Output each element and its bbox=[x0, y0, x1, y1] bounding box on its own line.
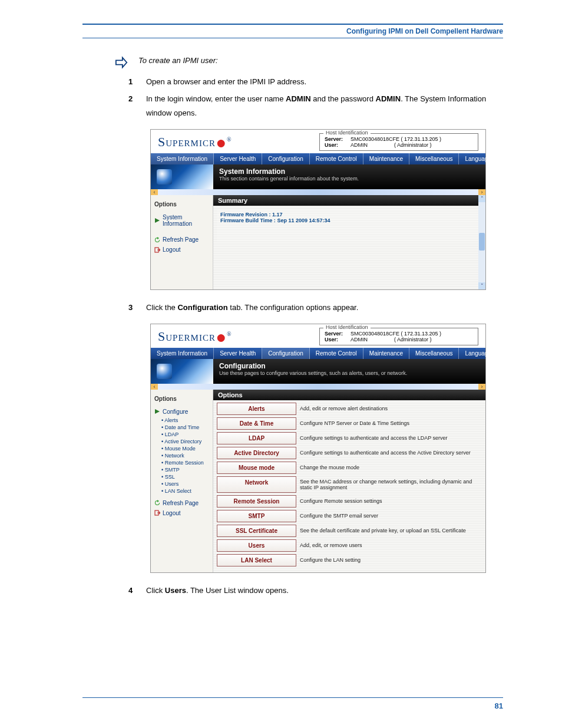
option-alerts-button[interactable]: Alerts bbox=[217, 403, 296, 415]
play-icon bbox=[154, 218, 160, 223]
label: Server: bbox=[325, 331, 348, 337]
tab-remote-control[interactable]: Remote Control bbox=[310, 348, 363, 359]
tab-configuration[interactable]: Configuration bbox=[262, 348, 309, 359]
sidebar-sub-users[interactable]: Users bbox=[161, 480, 209, 487]
procedure-arrow-icon bbox=[115, 56, 128, 71]
label: User: bbox=[325, 142, 348, 148]
sidebar-item-refresh[interactable]: Refresh Page bbox=[154, 498, 209, 508]
page-number: 81 bbox=[82, 697, 503, 710]
option-datetime-button[interactable]: Date & Time bbox=[217, 417, 296, 430]
value: ADMIN bbox=[351, 142, 392, 148]
option-desc: Change the mouse mode bbox=[296, 462, 477, 474]
options-table: AlertsAdd, edit or remove alert destinat… bbox=[217, 403, 477, 566]
play-icon bbox=[154, 409, 160, 414]
tab-system-information[interactable]: System Information bbox=[151, 348, 214, 359]
step-number: 4 bbox=[128, 584, 137, 598]
value: Sep 11 2009 14:57:34 bbox=[277, 218, 330, 223]
sidebar-sublist: Alerts Date and Time LDAP Active Directo… bbox=[154, 417, 209, 495]
label: Firmware Build Time : bbox=[220, 218, 276, 223]
sidebar-item-logout[interactable]: Logout bbox=[154, 245, 209, 255]
option-desc: Add, edit or remove alert destinations bbox=[296, 403, 477, 415]
horizontal-scrollbar[interactable]: ‹› bbox=[151, 189, 485, 195]
value: SMC003048018CFE ( 172.31.13.205 ) bbox=[351, 136, 441, 142]
procedure-title: To create an IPMI user: bbox=[138, 56, 218, 65]
step-number: 1 bbox=[128, 75, 137, 90]
tab-server-health[interactable]: Server Health bbox=[214, 153, 262, 164]
screenshot-configuration: Supermicr●® Host Identification Server:S… bbox=[150, 324, 486, 573]
banner-graphic bbox=[151, 359, 213, 384]
banner-subtitle: This section contains general informatio… bbox=[219, 176, 480, 182]
tab-language[interactable]: Language bbox=[459, 153, 498, 164]
logout-icon bbox=[154, 510, 160, 516]
logout-icon bbox=[154, 247, 160, 253]
horizontal-scrollbar[interactable]: ‹› bbox=[151, 384, 485, 390]
text: Click the bbox=[146, 303, 177, 312]
sidebar-item-logout[interactable]: Logout bbox=[154, 508, 209, 518]
option-ad-button[interactable]: Active Directory bbox=[217, 447, 296, 459]
top-menu: System Information Server Health Configu… bbox=[151, 348, 485, 359]
sidebar-sub-mouse[interactable]: Mouse Mode bbox=[161, 445, 209, 452]
sidebar-item-label: Refresh Page bbox=[163, 500, 199, 506]
options-header: Options bbox=[213, 390, 485, 400]
sidebar-sub-ad[interactable]: Active Directory bbox=[161, 438, 209, 445]
tab-maintenance[interactable]: Maintenance bbox=[363, 153, 409, 164]
option-ldap-button[interactable]: LDAP bbox=[217, 432, 296, 444]
screenshot-system-information: Supermicr●® Host Identification Server:S… bbox=[150, 129, 486, 290]
label: User: bbox=[325, 337, 348, 342]
sidebar-item-label: Configure bbox=[163, 409, 188, 415]
tab-miscellaneous[interactable]: Miscellaneous bbox=[409, 153, 459, 164]
sidebar-header: Options bbox=[154, 396, 209, 402]
tab-language[interactable]: Language bbox=[459, 348, 498, 359]
tab-miscellaneous[interactable]: Miscellaneous bbox=[409, 348, 459, 359]
tab-system-information[interactable]: System Information bbox=[151, 153, 214, 164]
legend: Host Identification bbox=[323, 130, 371, 136]
summary-header: Summary bbox=[213, 195, 478, 206]
sidebar-item-refresh[interactable]: Refresh Page bbox=[154, 235, 209, 245]
sidebar-sub-remote[interactable]: Remote Session bbox=[161, 459, 209, 466]
option-smtp-button[interactable]: SMTP bbox=[217, 510, 296, 522]
value: ADMIN bbox=[351, 337, 392, 342]
page-header: Configuring IPMI on Dell Compellent Hard… bbox=[82, 24, 503, 38]
option-network-button[interactable]: Network bbox=[217, 476, 296, 493]
vertical-scrollbar[interactable]: ˄˅ bbox=[478, 195, 485, 289]
host-identification-box: Host Identification Server:SMC003048018C… bbox=[319, 328, 478, 345]
text: . The User List window opens. bbox=[186, 586, 289, 595]
option-remote-button[interactable]: Remote Session bbox=[217, 495, 296, 508]
text: In the login window, enter the user name bbox=[146, 94, 286, 103]
option-desc: Configure Remote session settings bbox=[296, 495, 477, 508]
sidebar-sub-alerts[interactable]: Alerts bbox=[161, 417, 209, 424]
value: ( Administrator ) bbox=[394, 337, 432, 342]
option-desc: Configure settings to authenticate and a… bbox=[296, 432, 477, 444]
legend: Host Identification bbox=[323, 324, 371, 330]
top-menu: System Information Server Health Configu… bbox=[151, 153, 485, 164]
banner-graphic bbox=[151, 164, 213, 189]
option-users-button[interactable]: Users bbox=[217, 539, 296, 552]
step-number: 3 bbox=[128, 301, 137, 315]
tab-remote-control[interactable]: Remote Control bbox=[310, 153, 363, 164]
value: ( Administrator ) bbox=[394, 142, 432, 148]
tab-server-health[interactable]: Server Health bbox=[214, 348, 262, 359]
text: Click bbox=[146, 586, 165, 595]
text: and the password bbox=[311, 94, 376, 103]
sidebar-sub-ldap[interactable]: LDAP bbox=[161, 431, 209, 438]
option-mouse-button[interactable]: Mouse mode bbox=[217, 462, 296, 474]
sidebar-header: Options bbox=[154, 201, 209, 207]
summary-content: Firmware Revision : 1.17 Firmware Build … bbox=[217, 209, 478, 241]
option-desc: Configure NTP Server or Date & Time Sett… bbox=[296, 417, 477, 430]
tab-maintenance[interactable]: Maintenance bbox=[363, 348, 409, 359]
banner-title: System Information bbox=[219, 167, 480, 176]
option-lan-button[interactable]: LAN Select bbox=[217, 554, 296, 566]
sidebar-item-configure[interactable]: Configure bbox=[154, 407, 209, 417]
tab-configuration[interactable]: Configuration bbox=[262, 153, 309, 164]
sidebar-item-system-information[interactable]: System Information bbox=[154, 212, 209, 229]
sidebar-sub-network[interactable]: Network bbox=[161, 452, 209, 459]
step-text: In the login window, enter the user name… bbox=[146, 92, 503, 121]
bold-configuration: Configuration bbox=[177, 303, 227, 312]
sidebar-sub-date[interactable]: Date and Time bbox=[161, 424, 209, 431]
sidebar-sub-smtp[interactable]: SMTP bbox=[161, 466, 209, 473]
sidebar-sub-lan[interactable]: LAN Select bbox=[161, 487, 209, 495]
option-ssl-button[interactable]: SSL Certificate bbox=[217, 525, 296, 537]
supermicro-logo: Supermicr●® bbox=[158, 134, 232, 150]
sidebar-sub-ssl[interactable]: SSL bbox=[161, 473, 209, 480]
option-desc: Add, edit, or remove users bbox=[296, 539, 477, 552]
